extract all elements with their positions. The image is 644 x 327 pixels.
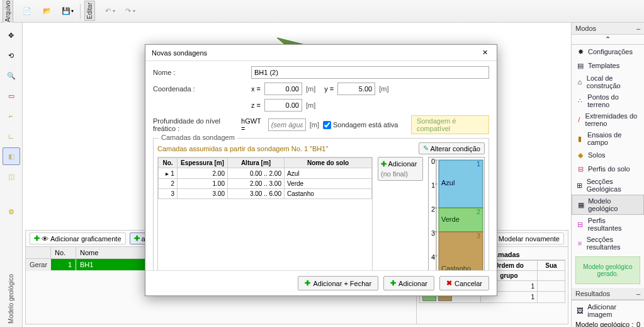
add-button[interactable]: ✚Adicionar xyxy=(383,276,434,290)
layers-legend: Camadas da sondagem xyxy=(159,134,237,141)
gwt-symbol: hGWT = xyxy=(241,117,264,132)
name-label: Nome : xyxy=(153,69,247,76)
gwt-label: Profundidade do nível freático : xyxy=(153,117,237,132)
table-row[interactable]: ▸ 1 2.00 0.00 .. 2.00 Azul xyxy=(159,168,372,179)
svg-text:2: 2 xyxy=(477,208,480,215)
name-input[interactable] xyxy=(251,66,489,79)
svg-text:0: 0 xyxy=(431,158,435,165)
soil-profile-chart: 0 1 2 3 4 5 6 1 xyxy=(428,157,485,270)
svg-text:1: 1 xyxy=(477,160,480,168)
z-label: z = xyxy=(251,101,261,109)
svg-text:Azul: Azul xyxy=(441,179,455,186)
profile-column: 0 1 2 3 4 5 6 1 xyxy=(428,157,485,270)
svg-text:2: 2 xyxy=(431,205,435,213)
svg-text:4: 4 xyxy=(431,253,435,261)
active-checkbox[interactable]: Sondagem está ativa xyxy=(323,121,407,129)
table-row[interactable]: 3 3.00 3.00 .. 6.00 Castanho xyxy=(159,189,372,199)
add-layer-button[interactable]: ✚ Adicionar (no final) xyxy=(378,157,423,181)
table-row[interactable]: 2 1.00 2.00 .. 3.00 Verde xyxy=(159,179,372,189)
x-icon: ✖ xyxy=(446,279,452,287)
plus-icon: ✚ xyxy=(381,160,387,168)
close-icon: ✕ xyxy=(482,49,488,56)
y-label: y = xyxy=(324,85,334,93)
svg-text:3: 3 xyxy=(477,232,480,239)
dialog-title: Novas sondagens xyxy=(152,49,207,57)
alter-condition-button[interactable]: ✎Alterar condição xyxy=(419,142,485,154)
svg-text:Castanho: Castanho xyxy=(441,265,471,270)
y-input[interactable] xyxy=(337,83,375,95)
plus-icon: ✚ xyxy=(305,279,310,287)
layers-table: No. Espessura [m] Altura [m] Nome do sol… xyxy=(157,157,373,270)
assumed-label: Camadas assumidas a partir da sondagem N… xyxy=(157,145,415,152)
pencil-icon: ✎ xyxy=(423,144,429,152)
svg-text:Verde: Verde xyxy=(441,215,460,223)
modal-backdrop: Novas sondagens ✕ Nome : Coordenada : x … xyxy=(0,0,644,327)
plus-icon: ✚ xyxy=(390,279,396,287)
close-button[interactable]: ✕ xyxy=(480,49,490,57)
compat-badge: Sondagem é compatível xyxy=(411,115,489,134)
svg-text:3: 3 xyxy=(431,229,435,237)
x-input[interactable] xyxy=(264,83,302,95)
z-input[interactable] xyxy=(264,99,302,112)
add-close-button[interactable]: ✚Adicionar + Fechar xyxy=(298,276,378,290)
new-borehole-dialog: Novas sondagens ✕ Nome : Coordenada : x … xyxy=(145,44,497,296)
coord-label: Coordenada : xyxy=(153,85,247,93)
cancel-button[interactable]: ✖Cancelar xyxy=(439,276,489,290)
gwt-input[interactable] xyxy=(268,118,306,131)
layers-fieldset: Camadas da sondagem Camadas assumidas a … xyxy=(153,138,489,270)
svg-text:1: 1 xyxy=(431,181,435,189)
x-label: x = xyxy=(251,85,261,93)
